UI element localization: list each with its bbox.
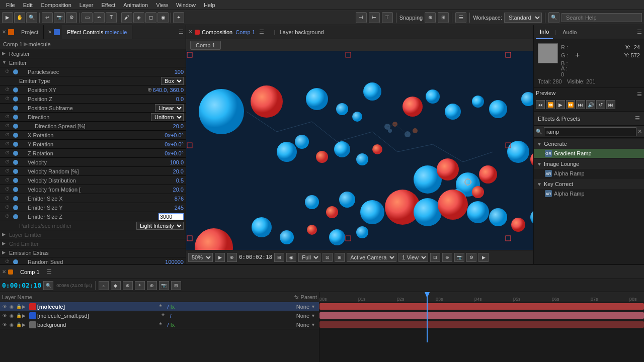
emission-extras-toggle[interactable]: ▶ xyxy=(2,250,8,256)
prev-options-btn[interactable]: ⏭ xyxy=(606,100,615,109)
emitter-type-select[interactable]: Box xyxy=(161,77,184,85)
solo-btn-1[interactable]: ◉ xyxy=(8,303,15,310)
workspace-select[interactable]: Standard xyxy=(504,13,542,23)
solo-icon-1[interactable]: ◈ xyxy=(159,303,166,310)
random-seed-row[interactable]: ⏱ Random Seed 100000 xyxy=(0,257,186,264)
pos-z-value[interactable]: 0.0 xyxy=(176,96,184,102)
vel-rand-value[interactable]: 20.0 xyxy=(173,168,184,174)
layer-emitter-toggle[interactable]: ▶ xyxy=(2,232,8,238)
x-rotation-value[interactable]: 0x+0.0° xyxy=(165,132,184,138)
parent-arrow-1[interactable]: ▼ xyxy=(311,304,315,309)
dir-spread-stopwatch-icon[interactable]: ⏱ xyxy=(5,123,11,129)
emission-extras-row[interactable]: ▶ Emission Extras xyxy=(0,248,186,257)
size-z-input[interactable] xyxy=(158,213,184,220)
vis-toggle-3[interactable]: 👁 xyxy=(1,321,8,328)
zoom-select[interactable]: 50% xyxy=(188,253,213,262)
audio-tab[interactable]: Audio xyxy=(558,25,581,39)
effects-search-clear[interactable]: ✕ xyxy=(637,128,642,135)
tl-lights-btn[interactable]: ⊞ xyxy=(171,281,181,290)
table-row[interactable]: 👁 ◉ 🔒 ▶ [molecule_small.psd] ◈ / None ▼ xyxy=(0,311,319,320)
position-xy-row[interactable]: ⏱ Position XY ⊕ 640.0, 360.0 xyxy=(0,85,186,95)
effect-controls-menu[interactable]: ☰ xyxy=(179,29,184,35)
expand-layer-2[interactable]: ▶ xyxy=(22,313,28,318)
comp-view-tab[interactable]: Comp 1 xyxy=(190,41,221,50)
hand-tool[interactable]: ✋ xyxy=(14,12,25,23)
comp-tab-menu-icon[interactable]: ☰ xyxy=(259,29,264,35)
display-btn[interactable]: ☰ xyxy=(455,12,466,23)
align-center[interactable]: ⊢ xyxy=(369,12,380,23)
pos-z-stopwatch-icon[interactable]: ⏱ xyxy=(5,96,11,102)
tl-expression-btn[interactable]: ⌖ xyxy=(135,281,145,290)
velocity-random-row[interactable]: ⏱ Velocity Random [%] 20.0 xyxy=(0,167,186,176)
image-lounge-group-header[interactable]: ▼ Image Lounge xyxy=(534,159,644,169)
velocity-stopwatch-icon[interactable]: ⏱ xyxy=(5,159,11,165)
x-rotation-row[interactable]: ⏱ X Rotation 0x+0.0° xyxy=(0,131,186,140)
timeline-close-btn[interactable]: ✕ xyxy=(2,269,6,275)
velocity-distribution-row[interactable]: ⏱ Velocity Distribution 0.5 xyxy=(0,176,186,185)
quality-select[interactable]: Full xyxy=(298,253,320,262)
y-rot-stopwatch-icon[interactable]: ⏱ xyxy=(5,141,11,147)
menu-effect[interactable]: Effect xyxy=(97,2,119,8)
menu-edit[interactable]: Edit xyxy=(19,2,37,8)
menu-animation[interactable]: Animation xyxy=(119,2,152,8)
x-rot-stopwatch-icon[interactable]: ⏱ xyxy=(5,132,11,138)
timeline-comp-tab[interactable]: Comp 1 xyxy=(15,265,45,279)
lock-btn-3[interactable]: 🔒 xyxy=(15,321,22,328)
velocity-value[interactable]: 100.0 xyxy=(170,159,184,165)
tl-markers-btn[interactable]: ⬦ xyxy=(99,281,109,290)
emitter-size-y-row[interactable]: ⏱ Emitter Size Y 245 xyxy=(0,203,186,212)
prev-audio-btn[interactable]: 🔊 xyxy=(586,100,595,109)
z-rotation-row[interactable]: ⏱ Z Rotation 0x+0.0° xyxy=(0,149,186,158)
right-panel-menu[interactable]: ☰ xyxy=(637,29,642,35)
tl-mask-btn[interactable]: ⊕ xyxy=(147,281,157,290)
size-z-stopwatch-icon[interactable]: ⏱ xyxy=(5,214,11,220)
register-row[interactable]: ▶ Register xyxy=(0,49,186,58)
fx-indicator-1[interactable]: fx xyxy=(171,304,175,310)
effect-controls-tab[interactable]: Effect Controls molecule xyxy=(62,25,132,39)
position-z-row[interactable]: ⏱ Position Z 0.0 xyxy=(0,95,186,104)
effect-controls-tab-close[interactable]: ✕ xyxy=(48,29,52,35)
snapshot-btn[interactable]: 📷 xyxy=(454,253,464,262)
z-rotation-value[interactable]: 0x+0.0° xyxy=(165,150,184,156)
rect-tool[interactable]: ▭ xyxy=(82,12,93,23)
select-tool[interactable]: ▶ xyxy=(2,12,13,23)
y-rotation-row[interactable]: ⏱ Y Rotation 0x+0.0° xyxy=(0,140,186,149)
prev-forward-btn[interactable]: ⏩ xyxy=(566,100,575,109)
direction-stopwatch-icon[interactable]: ⏱ xyxy=(5,114,11,120)
parent-arrow-2[interactable]: ▼ xyxy=(311,313,315,318)
vis-toggle-1[interactable]: 👁 xyxy=(1,303,8,310)
comp-options-btn[interactable]: ⊕ xyxy=(442,253,452,262)
comp-render-btn[interactable]: ▶ xyxy=(478,253,489,262)
expand-btn[interactable]: ⊡ xyxy=(430,253,440,262)
table-row[interactable]: 👁 ◉ 🔒 ▶ [molecule] ◈ / fx None ▼ xyxy=(0,302,319,311)
effects-menu-btn[interactable]: ☰ xyxy=(635,115,640,122)
camera-tool[interactable]: 📷 xyxy=(54,12,65,23)
comp-tab-label[interactable]: Composition Comp 1 xyxy=(202,29,255,35)
eraser-tool[interactable]: ◻ xyxy=(145,12,156,23)
emitter-size-x-row[interactable]: ⏱ Emitter Size X 876 xyxy=(0,194,186,203)
frame-nav2-btn[interactable]: ⊕ xyxy=(227,253,237,262)
pos-xy-value[interactable]: 640.0, 360.0 xyxy=(153,87,184,93)
vis-toggle-2[interactable]: 👁 xyxy=(1,312,8,319)
solo-btn-2[interactable]: ◉ xyxy=(8,312,15,319)
tl-camera-btn[interactable]: 📷 xyxy=(159,281,169,290)
alpha-ramp-item-2[interactable]: AR Alpha Ramp xyxy=(534,189,644,198)
parent-arrow-3[interactable]: ▼ xyxy=(311,322,315,327)
clone-tool[interactable]: ◈ xyxy=(133,12,144,23)
comp-settings-btn[interactable]: ⚙ xyxy=(466,253,476,262)
menu-help[interactable]: Help xyxy=(200,2,219,8)
undo-btn[interactable]: ↩ xyxy=(42,12,53,23)
puppet-tool[interactable]: ✦ xyxy=(173,12,184,23)
snap-toggle[interactable]: ⊕ xyxy=(425,12,436,23)
link-icon-1[interactable]: / xyxy=(168,304,169,310)
info-tab[interactable]: Info xyxy=(536,25,553,39)
vel-motion-value[interactable]: 20.0 xyxy=(173,187,184,193)
alpha-ramp-item-1[interactable]: AR Alpha Ramp xyxy=(534,169,644,178)
emitter-size-z-row[interactable]: ⏱ Emitter Size Z xyxy=(0,212,186,221)
prev-back-btn[interactable]: ⏪ xyxy=(546,100,555,109)
particles-stopwatch-icon[interactable]: ⏱ xyxy=(5,69,11,75)
particles-sec-row[interactable]: ⏱ Particles/sec 100 xyxy=(0,67,186,76)
generate-group-header[interactable]: ▼ Generate xyxy=(534,139,644,149)
velocity-row[interactable]: ⏱ Velocity 100.0 xyxy=(0,158,186,167)
tl-search-btn[interactable]: 🔍 xyxy=(43,281,53,290)
